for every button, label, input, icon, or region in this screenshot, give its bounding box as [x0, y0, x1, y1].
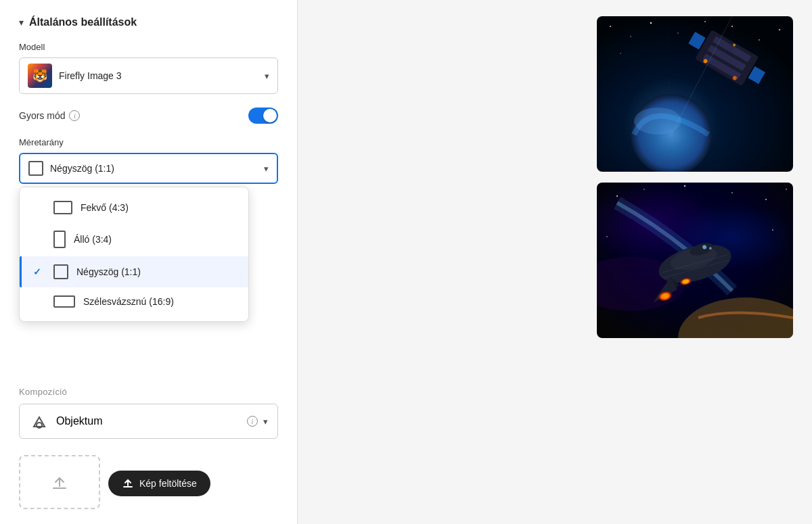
- svg-rect-1: [53, 487, 66, 489]
- portrait-icon: [53, 231, 66, 248]
- svg-point-8: [759, 39, 760, 41]
- space-image-2: [597, 183, 793, 338]
- selected-bar: [20, 256, 22, 287]
- ratio-square-icon: [28, 161, 43, 176]
- svg-point-5: [650, 22, 652, 24]
- svg-point-11: [704, 21, 706, 22]
- svg-point-6: [677, 32, 678, 33]
- space-image-1: [597, 16, 793, 172]
- collapse-icon[interactable]: ▾: [19, 17, 24, 28]
- model-selector[interactable]: 🐯 Firefly Image 3 ▾: [19, 57, 278, 94]
- wide-icon: [53, 295, 75, 308]
- ratio-chevron-icon: ▾: [264, 164, 269, 174]
- gyors-mod-row: Gyors mód i: [19, 108, 278, 124]
- ratio-selector[interactable]: Négyszög (1:1) ▾: [19, 153, 278, 184]
- right-panel: [298, 0, 812, 524]
- ratio-dropdown-menu: Fekvő (4:3) Álló (3:4) ✓ Négyszög (1:1) …: [19, 187, 249, 322]
- section-title: Általános beállítások: [29, 16, 137, 28]
- svg-point-29: [616, 195, 618, 197]
- ratio-selector-left: Négyszög (1:1): [28, 161, 114, 176]
- svg-point-31: [684, 185, 685, 187]
- svg-point-4: [630, 36, 631, 37]
- landscape-icon: [53, 201, 72, 214]
- objektum-left: Objektum: [29, 411, 102, 431]
- svg-point-10: [620, 53, 621, 54]
- objektum-label: Objektum: [56, 415, 102, 427]
- gyors-mod-info-icon[interactable]: i: [69, 110, 80, 121]
- portrait-label: Álló (3:4): [74, 234, 112, 245]
- wide-label: Szélesvázsznú (16:9): [83, 296, 174, 307]
- upload-btn-icon: [122, 477, 134, 490]
- gyors-mod-toggle[interactable]: [248, 108, 278, 124]
- svg-point-7: [731, 26, 733, 27]
- left-panel: ▾ Általános beállítások Modell 🐯 Firefly…: [0, 0, 298, 524]
- svg-point-32: [731, 192, 733, 193]
- objektum-row[interactable]: Objektum i ▾: [19, 404, 278, 439]
- objektum-icon: [29, 411, 49, 431]
- square-icon: [53, 264, 68, 279]
- meretarany-label: Méretarány: [19, 137, 278, 147]
- svg-point-34: [786, 189, 787, 190]
- model-label: Modell: [19, 42, 278, 52]
- svg-point-33: [765, 199, 767, 200]
- kompozicio-label: Kompozíció: [19, 387, 278, 397]
- model-name: Firefly Image 3: [59, 70, 122, 81]
- svg-point-9: [779, 29, 780, 30]
- section-header: ▾ Általános beállítások: [19, 16, 278, 28]
- ratio-option-square[interactable]: ✓ Négyszög (1:1): [20, 256, 248, 287]
- svg-point-13: [631, 94, 712, 172]
- svg-point-30: [644, 189, 645, 190]
- ratio-option-landscape[interactable]: Fekvő (4:3): [20, 193, 248, 222]
- svg-point-36: [772, 229, 773, 231]
- objektum-info-icon[interactable]: i: [247, 416, 258, 427]
- model-chevron-icon: ▾: [265, 71, 269, 81]
- upload-button[interactable]: Kép feltöltése: [108, 471, 210, 496]
- svg-point-3: [610, 26, 611, 27]
- upload-area-icon: [49, 471, 70, 493]
- landscape-label: Fekvő (4:3): [81, 202, 129, 213]
- svg-point-35: [606, 236, 608, 237]
- gyors-mod-label: Gyors mód i: [19, 110, 80, 121]
- model-selector-left: 🐯 Firefly Image 3: [28, 64, 122, 88]
- bottom-row: Kép feltöltése: [19, 439, 278, 509]
- objektum-chevron-icon: ▾: [263, 416, 268, 427]
- images-column: [597, 16, 793, 338]
- ratio-option-portrait[interactable]: Álló (3:4): [20, 222, 248, 256]
- checkmark-square: ✓: [33, 266, 45, 277]
- upload-btn-label: Kép feltöltése: [139, 478, 197, 489]
- square-label: Négyszög (1:1): [76, 266, 141, 277]
- model-thumbnail: 🐯: [28, 64, 52, 88]
- ratio-dropdown-container: Négyszög (1:1) ▾ Fekvő (4:3) Álló (3:4) …: [19, 153, 278, 184]
- upload-area[interactable]: [19, 455, 100, 509]
- ratio-option-wide[interactable]: Szélesvázsznú (16:9): [20, 287, 248, 316]
- ratio-selected-label: Négyszög (1:1): [50, 163, 114, 174]
